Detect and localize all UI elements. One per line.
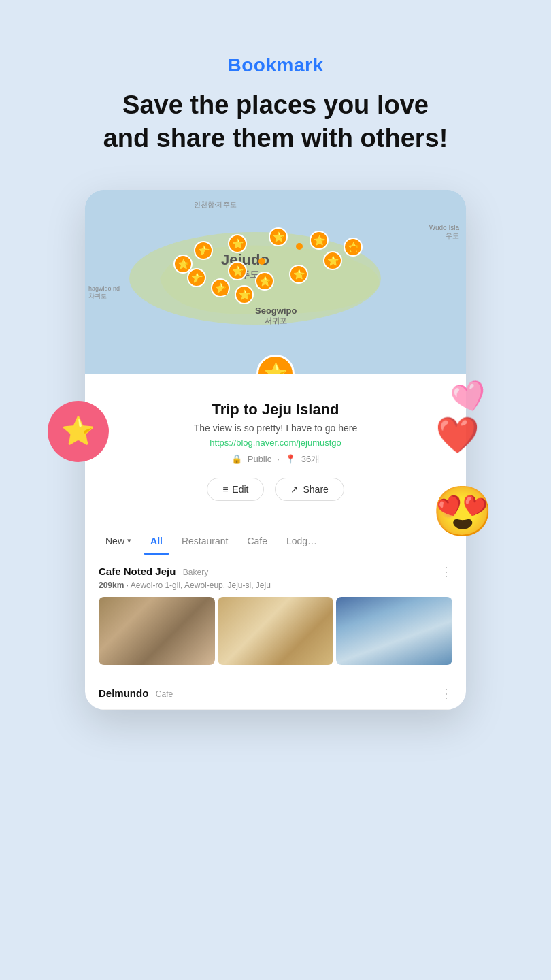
- map-label-wudo: Wudo Isla우도: [429, 224, 459, 241]
- map-label-incheon: 인천항·제주도: [194, 200, 237, 210]
- card-actions: ≡ Edit ↗ Share: [105, 478, 446, 501]
- tab-new[interactable]: New ▾: [96, 527, 141, 555]
- tabs-bar: New ▾ All Restaurant Cafe Lodg…: [85, 527, 466, 555]
- star-marker-12: ⭐: [211, 278, 230, 297]
- tab-new-label: New: [105, 536, 124, 546]
- edit-icon: ≡: [222, 484, 228, 495]
- place-header-2: Delmundo Cafe ⋮: [99, 687, 452, 700]
- place-addr-text-1: Aewol-ro 1-gil, Aewol-eup, Jeju-si, Jeju: [131, 581, 271, 590]
- tab-restaurant[interactable]: Restaurant: [172, 527, 237, 555]
- deco-heart-large: ❤️: [435, 414, 480, 456]
- place-count: 36개: [301, 453, 320, 466]
- place-category-2: Cafe: [156, 689, 173, 699]
- photo-thumb-3: [336, 597, 452, 665]
- star-marker-7: ⭐: [289, 265, 308, 284]
- star-marker-4: ⭐: [310, 231, 329, 250]
- more-options-icon-2[interactable]: ⋮: [440, 687, 452, 700]
- deco-emoji: 😍: [432, 483, 493, 540]
- star-marker-13: ⭐: [235, 285, 254, 304]
- star-marker-8: ⭐: [255, 272, 274, 291]
- place-item-2: Delmundo Cafe ⋮: [85, 676, 466, 710]
- place-name-2: Delmundo: [99, 687, 148, 699]
- place-header-1: Cafe Noted Jeju Bakery ⋮: [99, 566, 452, 578]
- edit-button[interactable]: ≡ Edit: [207, 478, 264, 501]
- place-distance-1: 209km: [99, 581, 124, 590]
- photo-strip-1: [99, 597, 452, 665]
- phone-card-wrapper: ⭐ 🩷 ❤️ 😍 인천항·제주도 Wudo Isla우도 hagwido nd차…: [85, 190, 466, 710]
- card-info: Trip to Jeju Island The view is so prett…: [85, 374, 466, 527]
- dot-marker-5: [221, 289, 228, 295]
- place-name-wrap-1: Cafe Noted Jeju Bakery: [99, 566, 208, 578]
- visibility-label: Public: [248, 454, 271, 464]
- map-section: 인천항·제주도 Wudo Isla우도 hagwido nd차귀도 Jejudo…: [85, 190, 466, 374]
- share-icon: ↗: [290, 484, 299, 495]
- tab-cafe[interactable]: Cafe: [237, 527, 277, 555]
- place-category-1: Bakery: [183, 568, 208, 577]
- card-meta: 🔒 Public · 📍 36개: [105, 453, 446, 466]
- dot-marker-6: [350, 246, 357, 252]
- map-label-seogwipo: Seogwipo 서귀포: [255, 306, 297, 326]
- phone-card: 인천항·제주도 Wudo Isla우도 hagwido nd차귀도 Jejudo…: [85, 190, 466, 710]
- edit-label: Edit: [232, 484, 248, 495]
- deco-star-circle: ⭐: [48, 401, 109, 462]
- photo-thumb-1: [99, 597, 215, 665]
- dot-marker-2: [258, 258, 265, 265]
- place-address-1: 209km · Aewol-ro 1-gil, Aewol-eup, Jeju-…: [99, 581, 452, 590]
- place-name-wrap-2: Delmundo Cafe: [99, 687, 173, 700]
- place-name-1: Cafe Noted Jeju: [99, 566, 176, 577]
- card-title: Trip to Jeju Island: [105, 401, 446, 419]
- share-button[interactable]: ↗ Share: [275, 478, 344, 501]
- page-label: Bookmark: [228, 54, 324, 76]
- dot-marker-3: [296, 243, 303, 250]
- tab-all[interactable]: All: [141, 527, 172, 555]
- star-marker-2: ⭐: [228, 234, 247, 253]
- tab-lodge[interactable]: Lodg…: [277, 527, 327, 555]
- more-options-icon-1[interactable]: ⋮: [440, 566, 452, 578]
- chevron-down-icon: ▾: [127, 536, 131, 545]
- star-marker-6: ⭐: [323, 251, 342, 270]
- place-item: Cafe Noted Jeju Bakery ⋮ 209km · Aewol-r…: [85, 555, 466, 676]
- photo-thumb-2: [218, 597, 334, 665]
- dot-marker-1: [204, 250, 211, 257]
- star-marker-9: ⭐: [228, 261, 247, 280]
- location-icon: 📍: [285, 454, 296, 464]
- share-label: Share: [303, 484, 328, 495]
- dot-marker-4: [197, 277, 204, 284]
- card-description: The view is so pretty! I have to go here: [105, 423, 446, 434]
- star-marker-3: ⭐: [269, 227, 288, 246]
- place-list: Cafe Noted Jeju Bakery ⋮ 209km · Aewol-r…: [85, 555, 466, 710]
- lock-icon: 🔒: [231, 454, 242, 464]
- map-label-chagwido: hagwido nd차귀도: [88, 285, 120, 301]
- card-link[interactable]: https://blog.naver.com/jejumustgo: [105, 438, 446, 448]
- headline: Save the places you love and share them …: [103, 88, 448, 156]
